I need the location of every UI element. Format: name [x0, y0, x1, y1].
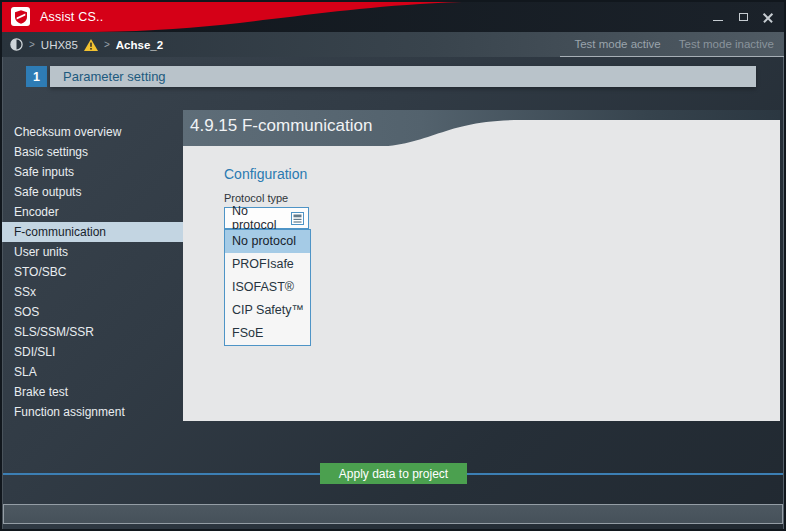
app-window: Assist CS.. > UHX85: [0, 0, 786, 531]
sidebar-item-sdi-sli[interactable]: SDI/SLI: [2, 342, 183, 362]
protocol-type-dropdown[interactable]: No protocol: [224, 207, 309, 229]
minimize-icon: [713, 20, 723, 22]
dropdown-option-fsoe[interactable]: FSoE: [225, 322, 310, 345]
device-icon: [10, 38, 23, 51]
breadcrumb-item-axis[interactable]: Achse_2: [116, 39, 163, 51]
sidebar-item-sla[interactable]: SLA: [2, 362, 183, 382]
dropdown-value: No protocol: [232, 204, 291, 232]
breadcrumb-bar: > UHX85 > Achse_2 Test mode active Test …: [2, 32, 784, 57]
test-mode-active-button[interactable]: Test mode active: [574, 38, 660, 50]
sidebar-item-safe-outputs[interactable]: Safe outputs: [2, 182, 183, 202]
sidebar-item-safe-inputs[interactable]: Safe inputs: [2, 162, 183, 182]
status-bar: [3, 504, 783, 524]
sidebar-item-sto-sbc[interactable]: STO/SBC: [2, 262, 183, 282]
configuration-heading: Configuration: [224, 166, 307, 182]
breadcrumb-item-device[interactable]: UHX85: [41, 39, 78, 51]
step-number-badge: 1: [26, 66, 47, 87]
shield-icon: [11, 7, 30, 26]
warning-icon: [84, 39, 98, 51]
sidebar-item-ssx[interactable]: SSx: [2, 282, 183, 302]
apply-data-button[interactable]: Apply data to project: [320, 463, 467, 484]
dropdown-option-isofast[interactable]: ISOFAST®: [225, 276, 310, 299]
sidebar-item-f-communication[interactable]: F-communication: [2, 222, 183, 242]
maximize-icon: [739, 13, 748, 21]
sidebar-item-brake-test[interactable]: Brake test: [2, 382, 183, 402]
window-title: Assist CS..: [40, 2, 103, 32]
minimize-button[interactable]: [712, 11, 724, 23]
sidebar-item-sos[interactable]: SOS: [2, 302, 183, 322]
sidebar-item-sls-ssm-ssr[interactable]: SLS/SSM/SSR: [2, 322, 183, 342]
close-button[interactable]: [762, 11, 774, 23]
protocol-type-label: Protocol type: [224, 192, 288, 204]
chevron-right-icon: >: [104, 39, 110, 50]
maximize-button[interactable]: [737, 11, 749, 23]
breadcrumb: > UHX85 > Achse_2: [10, 32, 163, 57]
sidebar-item-user-units[interactable]: User units: [2, 242, 183, 262]
dropdown-option-profisafe[interactable]: PROFIsafe: [225, 253, 310, 276]
dropdown-option-cip-safety[interactable]: CIP Safety™: [225, 299, 310, 322]
test-mode-switch: Test mode active Test mode inactive: [560, 32, 784, 57]
test-mode-inactive-button[interactable]: Test mode inactive: [679, 38, 774, 50]
title-bar: Assist CS..: [2, 2, 784, 32]
sidebar-item-basic-settings[interactable]: Basic settings: [2, 142, 183, 162]
chevron-right-icon: >: [29, 39, 35, 50]
window-controls: [712, 2, 774, 32]
sidebar-item-encoder[interactable]: Encoder: [2, 202, 183, 222]
close-icon: [763, 12, 773, 22]
page-title: 4.9.15 F-communication: [190, 116, 372, 136]
sidebar-item-function-assignment[interactable]: Function assignment: [2, 402, 183, 422]
protocol-dropdown-list: No protocol PROFIsafe ISOFAST® CIP Safet…: [224, 229, 311, 346]
sidebar-nav: Checksum overview Basic settings Safe in…: [2, 122, 183, 422]
dropdown-option-no-protocol[interactable]: No protocol: [225, 230, 310, 253]
dropdown-list-icon: [291, 212, 304, 225]
step-label-bar[interactable]: Parameter setting: [50, 66, 756, 87]
sidebar-item-checksum-overview[interactable]: Checksum overview: [2, 122, 183, 142]
